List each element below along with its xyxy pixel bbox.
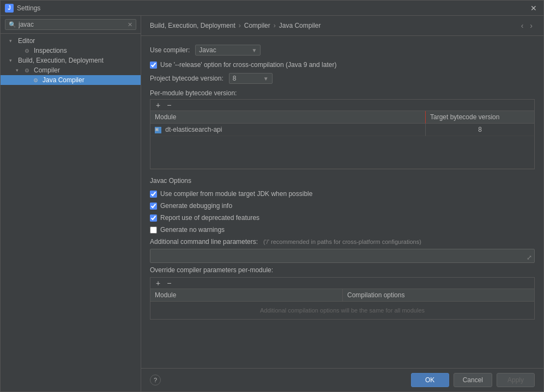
target-version-cell: 8 bbox=[425, 124, 534, 136]
option-row-3: Report use of deprecated features bbox=[150, 214, 535, 222]
module-folder-icon: ▣ bbox=[155, 127, 161, 133]
search-input[interactable] bbox=[19, 21, 128, 28]
target-col-header: Target bytecode version bbox=[425, 111, 534, 124]
main-panel: Build, Execution, Deployment › Compiler … bbox=[141, 16, 543, 391]
option-row-1: Use compiler from module target JDK when… bbox=[150, 190, 535, 198]
option-label-1: Use compiler from module target JDK when… bbox=[160, 190, 312, 198]
override-table: + − Module Compilation options Additiona… bbox=[150, 277, 535, 320]
java-compiler-icon: ⚙ bbox=[33, 77, 38, 83]
override-compilation-header: Compilation options bbox=[342, 289, 534, 302]
use-compiler-row: Use compiler: Javac ▼ bbox=[150, 45, 535, 56]
add-override-button[interactable]: + bbox=[154, 279, 162, 287]
sidebar-item-java-compiler[interactable]: ⚙ Java Compiler bbox=[1, 75, 141, 85]
cancel-button[interactable]: Cancel bbox=[454, 373, 492, 387]
app-icon: J bbox=[5, 4, 14, 13]
breadcrumb-nav: ‹ › bbox=[519, 20, 535, 31]
sidebar-item-java-compiler-label: Java Compiler bbox=[43, 76, 84, 84]
per-module-table-grid: Module Target bytecode version ▣ dt-elas… bbox=[150, 111, 534, 169]
breadcrumb-part-3: Java Compiler bbox=[279, 22, 321, 29]
settings-content: Use compiler: Javac ▼ Use '--release' op… bbox=[141, 36, 543, 368]
module-col-header: Module bbox=[150, 111, 425, 124]
expand-arrow-editor: ▾ bbox=[9, 38, 16, 44]
remove-override-button[interactable]: − bbox=[165, 279, 173, 287]
sidebar-item-editor-label: Editor bbox=[18, 37, 35, 45]
use-release-label: Use '--release' option for cross-compila… bbox=[160, 61, 336, 69]
expand-icon[interactable]: ⤢ bbox=[527, 254, 532, 261]
project-bytecode-value: 8 bbox=[233, 75, 260, 82]
project-bytecode-row: Project bytecode version: 8 ▼ bbox=[150, 73, 535, 84]
javac-options-title: Javac Options bbox=[150, 177, 535, 185]
tree-area: ▾ Editor ⚙ Inspections ▾ Bu bbox=[1, 34, 141, 391]
content-area: 🔍 ✕ ▾ Editor ⚙ bbox=[1, 16, 543, 391]
sidebar: 🔍 ✕ ▾ Editor ⚙ bbox=[1, 16, 141, 391]
nav-forward-button[interactable]: › bbox=[528, 20, 535, 31]
use-release-checkbox[interactable] bbox=[150, 62, 157, 69]
option-row-4: Generate no warnings bbox=[150, 226, 535, 234]
additional-cmd-label: Additional command line parameters: bbox=[150, 238, 258, 246]
per-module-table: + − Module Target bytecode version ▣ dt-… bbox=[150, 99, 535, 169]
additional-cmd-input-wrap: ⤢ bbox=[150, 249, 535, 263]
sidebar-item-editor[interactable]: ▾ Editor bbox=[1, 36, 141, 46]
override-label: Override compiler parameters per-module: bbox=[150, 266, 535, 274]
breadcrumb-sep-1: › bbox=[239, 22, 241, 29]
search-bar: 🔍 ✕ bbox=[1, 16, 141, 34]
settings-window: J Settings ✕ 🔍 ✕ ▾ Editor bbox=[0, 0, 544, 392]
option-checkbox-1[interactable] bbox=[150, 191, 157, 198]
breadcrumb-part-1: Build, Execution, Deployment bbox=[150, 22, 235, 29]
sidebar-item-build[interactable]: ▾ Build, Execution, Deployment bbox=[1, 56, 141, 65]
sidebar-item-inspections-label: Inspections bbox=[34, 47, 67, 54]
use-compiler-label: Use compiler: bbox=[150, 46, 190, 54]
breadcrumb-part-2: Compiler bbox=[244, 22, 270, 29]
help-button[interactable]: ? bbox=[150, 375, 161, 385]
sidebar-item-inspections[interactable]: ⚙ Inspections bbox=[1, 46, 141, 56]
project-bytecode-select[interactable]: 8 ▼ bbox=[229, 73, 273, 84]
sidebar-item-compiler-label: Compiler bbox=[34, 66, 60, 74]
option-checkbox-2[interactable] bbox=[150, 203, 157, 210]
remove-module-button[interactable]: − bbox=[165, 101, 173, 109]
compiler-icon: ⚙ bbox=[25, 68, 29, 74]
expand-arrow-compiler: ▾ bbox=[16, 68, 22, 73]
additional-cmd-hint: ('/' recommended in paths for cross-plat… bbox=[263, 238, 421, 245]
option-checkbox-3[interactable] bbox=[150, 215, 157, 222]
override-toolbar: + − bbox=[150, 278, 534, 289]
breadcrumb: Build, Execution, Deployment › Compiler … bbox=[141, 16, 543, 36]
empty-row-1 bbox=[150, 136, 534, 169]
table-row[interactable]: ▣ dt-elasticsearch-api bbox=[150, 124, 425, 136]
sidebar-item-build-label: Build, Execution, Deployment bbox=[18, 57, 104, 64]
additional-cmd-input[interactable] bbox=[154, 250, 531, 261]
compilation-hint: Additional compilation options will be t… bbox=[150, 302, 534, 319]
add-module-button[interactable]: + bbox=[154, 101, 162, 109]
close-button[interactable]: ✕ bbox=[528, 3, 539, 14]
ok-button[interactable]: OK bbox=[411, 373, 449, 387]
per-module-row: Per-module bytecode version: bbox=[150, 89, 535, 97]
project-bytecode-label: Project bytecode version: bbox=[150, 75, 223, 82]
override-table-grid: Module Compilation options bbox=[150, 289, 534, 302]
option-label-2: Generate debugging info bbox=[160, 202, 232, 210]
window-title: Settings bbox=[17, 4, 528, 12]
per-module-toolbar: + − bbox=[150, 100, 534, 111]
search-icon: 🔍 bbox=[9, 21, 16, 28]
inspections-icon: ⚙ bbox=[25, 48, 29, 54]
option-label-4: Generate no warnings bbox=[160, 226, 225, 234]
project-bytecode-arrow: ▼ bbox=[263, 76, 269, 82]
option-checkbox-4[interactable] bbox=[150, 226, 157, 234]
compiler-select-arrow: ▼ bbox=[251, 47, 257, 53]
option-label-3: Report use of deprecated features bbox=[160, 214, 259, 222]
search-input-wrap: 🔍 ✕ bbox=[5, 19, 136, 30]
sidebar-item-compiler[interactable]: ▾ ⚙ Compiler bbox=[1, 65, 141, 75]
additional-cmd-row: Additional command line parameters: ('/'… bbox=[150, 238, 535, 246]
titlebar: J Settings ✕ bbox=[1, 1, 543, 16]
breadcrumb-sep-2: › bbox=[274, 22, 276, 29]
nav-back-button[interactable]: ‹ bbox=[519, 20, 526, 31]
module-name: dt-elasticsearch-api bbox=[165, 126, 222, 133]
compiler-select[interactable]: Javac ▼ bbox=[195, 45, 261, 56]
override-module-header: Module bbox=[150, 289, 342, 302]
option-row-2: Generate debugging info bbox=[150, 202, 535, 210]
use-release-row: Use '--release' option for cross-compila… bbox=[150, 61, 535, 69]
compiler-select-value: Javac bbox=[199, 46, 248, 54]
search-clear-icon[interactable]: ✕ bbox=[128, 21, 132, 28]
expand-arrow-build: ▾ bbox=[9, 58, 16, 63]
apply-button[interactable]: Apply bbox=[497, 373, 535, 387]
per-module-label: Per-module bytecode version: bbox=[150, 89, 237, 97]
bottom-bar: ? OK Cancel Apply bbox=[141, 368, 543, 391]
